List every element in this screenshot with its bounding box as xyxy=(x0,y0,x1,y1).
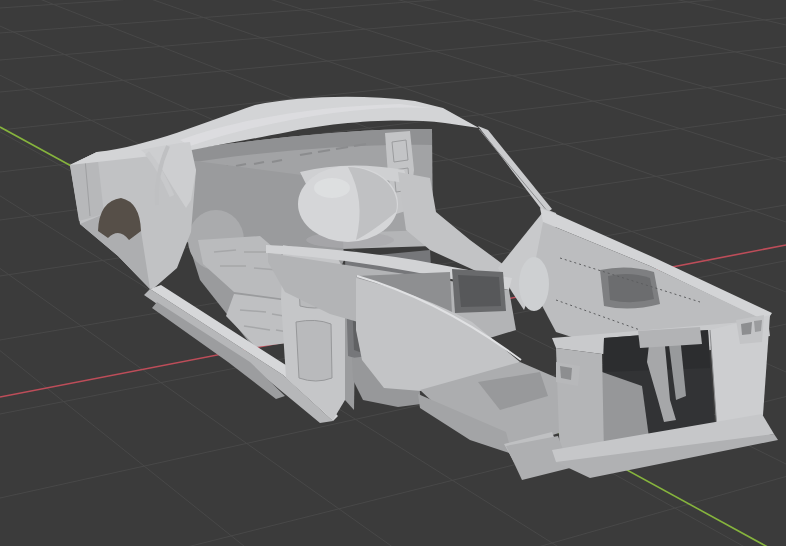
dash-dome-highlight xyxy=(314,178,350,198)
apron-recess-inner xyxy=(608,274,654,302)
jamb-inset-lower xyxy=(296,320,332,381)
shock-tower-bulge xyxy=(519,257,549,311)
hinge-bracket-left-notch xyxy=(560,366,572,380)
bay-inset-recess-inner xyxy=(458,275,501,307)
3d-viewport[interactable] xyxy=(0,0,786,546)
hinge-bracket-right-notch-b xyxy=(754,320,762,332)
hinge-bracket-right-notch-a xyxy=(741,322,752,335)
